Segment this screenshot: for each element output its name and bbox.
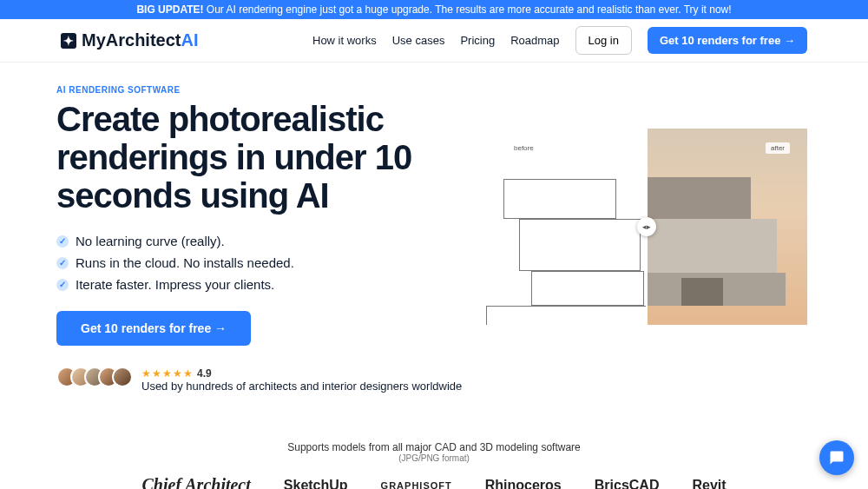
slider-handle[interactable]: ◂▸: [637, 217, 656, 236]
supports-section: Supports models from all major CAD and 3…: [0, 441, 868, 489]
bullet-text: Iterate faster. Impress your clients.: [76, 277, 274, 292]
bullet-item: ✓Iterate faster. Impress your clients.: [56, 277, 469, 292]
avatar-stack: [56, 367, 133, 387]
logo[interactable]: ✦ MyArchitectAI: [61, 30, 198, 50]
after-label: after: [766, 142, 790, 154]
eyebrow: AI RENDERING SOFTWARE: [56, 85, 469, 95]
logo-revit: Revit: [692, 478, 726, 490]
logo-icon: ✦: [61, 33, 76, 49]
nav-use-cases[interactable]: Use cases: [392, 34, 445, 47]
logo-sketchup: SketchUp: [284, 478, 348, 490]
bullet-item: ✓No learning curve (really).: [56, 234, 469, 248]
logo-rhinoceros: Rhinoceros: [485, 478, 562, 490]
bullet-text: Runs in the cloud. No installs needed.: [76, 255, 294, 270]
check-icon: ✓: [56, 235, 69, 248]
nav-pricing[interactable]: Pricing: [460, 34, 495, 47]
avatar: [112, 367, 133, 387]
bullet-item: ✓Runs in the cloud. No installs needed.: [56, 255, 469, 270]
hero-title: Create photorealistic renderings in unde…: [56, 100, 469, 215]
logo-graphisoft: GRAPHISOFT: [381, 480, 452, 490]
nav-how-it-works[interactable]: How it works: [312, 34, 377, 47]
before-label: before: [509, 142, 539, 154]
logo-name: MyArchitect: [82, 30, 181, 50]
hero-left: AI RENDERING SOFTWARE Create photorealis…: [56, 85, 469, 393]
social-proof: ★★★★★4.9 Used by hundreds of architects …: [56, 367, 469, 393]
hero-section: AI RENDERING SOFTWARE Create photorealis…: [0, 63, 868, 393]
sketch-side: [486, 129, 647, 325]
header-cta-button[interactable]: Get 10 renders for free →: [648, 27, 807, 54]
social-caption: Used by hundreds of architects and inter…: [141, 380, 462, 393]
render-side: [647, 129, 807, 325]
logo-suffix: AI: [181, 30, 198, 50]
star-icons: ★★★★★: [141, 367, 194, 380]
chat-widget-button[interactable]: [819, 440, 854, 475]
bullet-text: No learning curve (really).: [76, 234, 225, 248]
login-button[interactable]: Log in: [575, 26, 632, 55]
supports-sub: (JPG/PNG format): [0, 453, 868, 463]
supports-line: Supports models from all major CAD and 3…: [0, 441, 868, 453]
chat-icon: [829, 450, 845, 466]
header: ✦ MyArchitectAI How it works Use cases P…: [0, 19, 868, 63]
logo-bricscad: BricsCAD: [595, 478, 660, 490]
hero-bullets: ✓No learning curve (really). ✓Runs in th…: [56, 234, 469, 292]
hero-cta-button[interactable]: Get 10 renders for free →: [56, 311, 251, 346]
check-icon: ✓: [56, 257, 69, 269]
nav: How it works Use cases Pricing Roadmap L…: [312, 26, 807, 55]
social-text: ★★★★★4.9 Used by hundreds of architects …: [141, 367, 462, 393]
check-icon: ✓: [56, 279, 69, 291]
logo-chief-architect: Chief Architect: [141, 475, 250, 489]
banner-text: Our AI rendering engine just got a huge …: [207, 3, 732, 16]
hero-comparison: before after ◂▸: [486, 129, 807, 393]
before-after-slider[interactable]: before after ◂▸: [486, 129, 807, 325]
software-logos: Chief Architect SketchUp GRAPHISOFT Rhin…: [0, 475, 868, 489]
nav-roadmap[interactable]: Roadmap: [510, 34, 559, 47]
banner-bold: BIG UPDATE!: [136, 3, 203, 16]
rating-value: 4.9: [197, 367, 212, 380]
announcement-banner[interactable]: BIG UPDATE! Our AI rendering engine just…: [0, 0, 868, 19]
